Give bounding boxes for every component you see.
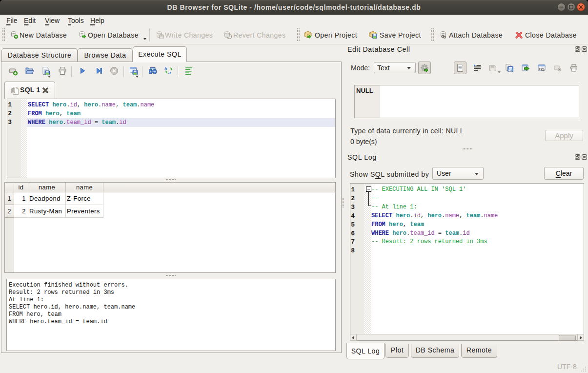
svg-text:a: a: [168, 70, 171, 75]
svg-text:b: b: [164, 66, 167, 71]
